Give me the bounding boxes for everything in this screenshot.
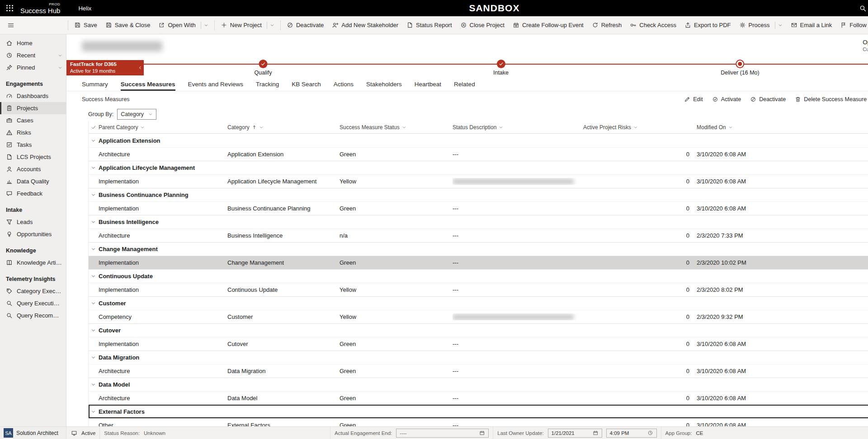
column-header-parent-category[interactable]: Parent Category	[99, 124, 227, 131]
group-collapse-chevron[interactable]	[89, 301, 99, 306]
column-filter-chevron[interactable]	[633, 125, 638, 130]
tab-stakeholders[interactable]: Stakeholders	[366, 81, 402, 91]
group-collapse-chevron[interactable]	[89, 138, 99, 143]
process-button[interactable]: Process	[735, 19, 787, 32]
column-header-category[interactable]: Category	[227, 124, 340, 131]
table-row[interactable]: ImplementationChange ManagementGreen---0…	[89, 256, 868, 269]
activate-button[interactable]: Activate	[708, 93, 745, 106]
group-header-data-model[interactable]: Data Model	[89, 378, 868, 391]
cell-category[interactable]: Application Extension	[227, 151, 340, 158]
column-filter-chevron[interactable]	[140, 125, 145, 130]
tab-summary[interactable]: Summary	[82, 81, 108, 91]
follow-button[interactable]: Follow	[836, 19, 868, 32]
group-collapse-chevron[interactable]	[89, 328, 99, 333]
tab-kb-search[interactable]: KB Search	[292, 81, 321, 91]
app-brand[interactable]: PROD Success Hub	[20, 3, 60, 14]
cell-category[interactable]: External Factors	[227, 422, 340, 426]
deactivate-button[interactable]: Deactivate	[283, 19, 328, 32]
chevron-down-icon[interactable]	[58, 53, 62, 58]
table-row[interactable]: ImplementationContinuous UpdateYellow---…	[89, 283, 868, 296]
cell-category[interactable]: Business Continuance Planning	[227, 205, 340, 212]
edit-button[interactable]: Edit	[680, 93, 707, 106]
cell-category[interactable]: Business Intelligence	[227, 232, 340, 239]
tab-related[interactable]: Related	[454, 81, 475, 91]
group-header-application-lifecycle-management[interactable]: Application Lifecycle Management	[89, 161, 868, 174]
column-header-modified-on[interactable]: Modified On	[697, 124, 805, 131]
group-header-business-continuance-planning[interactable]: Business Continuance Planning	[89, 188, 868, 201]
bpf-stage-qualify[interactable]: Qualify	[255, 60, 272, 76]
sidebar-item-dashboards[interactable]: Dashboards	[0, 90, 66, 102]
group-header-data-migration[interactable]: Data Migration	[89, 350, 868, 364]
cell-category[interactable]: Change Management	[227, 259, 340, 266]
sidebar-item-risks[interactable]: Risks	[0, 126, 66, 139]
chevron-down-icon[interactable]	[204, 23, 208, 28]
fasttrack-banner[interactable]: FastTrack for D365 Active for 19 months	[66, 60, 137, 75]
create-follow-up-event-button[interactable]: Create Follow-up Event	[509, 19, 588, 32]
table-row[interactable]: ImplementationBusiness Continuance Plann…	[89, 201, 868, 215]
status-report-button[interactable]: Status Report	[402, 19, 456, 32]
select-all-checkbox[interactable]	[89, 125, 99, 130]
sidebar-item-leads[interactable]: Leads	[0, 216, 66, 228]
tab-tracking[interactable]: Tracking	[256, 81, 279, 91]
save-close-button[interactable]: Save & Close	[101, 19, 155, 32]
bpf-stage-deliver-16-mo[interactable]: Deliver (16 Mo)	[721, 60, 759, 76]
column-header-active-project-risks[interactable]: Active Project Risks	[583, 124, 697, 131]
new-project-button[interactable]: New Project	[217, 19, 278, 32]
delete-success-measure-button[interactable]: Delete Success Measure	[791, 93, 868, 106]
table-row[interactable]: CompetencyCustomerYellow02/3/2020 9:32 P…	[89, 310, 868, 323]
sidebar-item-lcs-projects[interactable]: LCS Projects	[0, 151, 66, 163]
chevron-down-icon[interactable]	[778, 23, 783, 28]
table-row[interactable]: ArchitectureBusiness Intelligencen/a---0…	[89, 229, 868, 242]
cell-category[interactable]: Application Lifecycle Management	[227, 178, 340, 185]
sidebar-item-tasks[interactable]: Tasks	[0, 139, 66, 151]
chevron-down-icon[interactable]	[270, 23, 274, 28]
last-owner-update-field[interactable]: 1/21/2021	[548, 429, 602, 438]
add-new-stakeholder-button[interactable]: Add New Stakeholder	[328, 19, 402, 32]
environment-tab[interactable]: Helix	[72, 0, 98, 16]
tab-actions[interactable]: Actions	[334, 81, 354, 91]
sidebar-item-feedback[interactable]: Feedback	[0, 187, 66, 200]
sidebar-item-accounts[interactable]: Accounts	[0, 163, 66, 175]
open-with-button[interactable]: Open With	[154, 19, 212, 32]
group-collapse-chevron[interactable]	[89, 274, 99, 279]
sidebar-item-projects[interactable]: Projects	[0, 102, 66, 114]
sidebar-item-knowledge-articles[interactable]: Knowledge Articles	[0, 257, 66, 269]
column-header-success-measure-status[interactable]: Success Measure Status	[340, 124, 453, 131]
group-collapse-chevron[interactable]	[89, 192, 99, 197]
refresh-button[interactable]: Refresh	[588, 19, 626, 32]
sidebar-item-data-quality[interactable]: Data Quality	[0, 175, 66, 187]
export-to-pdf-button[interactable]: Export to PDF	[680, 19, 735, 32]
tab-events-and-reviews[interactable]: Events and Reviews	[188, 81, 243, 91]
tab-success-measures[interactable]: Success Measures	[121, 81, 175, 91]
column-filter-chevron[interactable]	[499, 125, 503, 130]
column-filter-chevron[interactable]	[259, 125, 264, 130]
group-header-change-management[interactable]: Change Management	[89, 242, 868, 256]
cell-category[interactable]: Cutover	[227, 341, 340, 347]
sidebar-item-query-recommendat[interactable]: Query Recommendat...	[0, 309, 66, 322]
group-header-business-intelligence[interactable]: Business Intelligence	[89, 215, 868, 229]
engagement-end-field[interactable]: ----	[396, 429, 489, 438]
sidebar-item-recent[interactable]: Recent	[0, 49, 66, 61]
column-filter-chevron[interactable]	[402, 125, 406, 130]
column-header-status-description[interactable]: Status Description	[453, 124, 583, 131]
bpf-stage-intake[interactable]: Intake	[493, 60, 509, 76]
table-row[interactable]: OtherExternal FactorsGreen---03/10/2020 …	[89, 418, 868, 426]
table-row[interactable]: ArchitectureData ModelGreen---03/10/2020…	[89, 391, 868, 405]
group-collapse-chevron[interactable]	[89, 165, 99, 170]
group-header-customer[interactable]: Customer	[89, 296, 868, 310]
close-project-button[interactable]: Close Project	[456, 19, 509, 32]
group-header-external-factors[interactable]: External Factors	[89, 405, 868, 418]
sidebar-item-query-executions[interactable]: Query Executions	[0, 297, 66, 309]
sidebar-item-home[interactable]: Home	[0, 37, 66, 49]
group-collapse-chevron[interactable]	[89, 355, 99, 360]
group-collapse-chevron[interactable]	[89, 409, 99, 414]
chevron-down-icon[interactable]	[58, 65, 62, 70]
cell-category[interactable]: Data Migration	[227, 368, 340, 374]
sidebar-footer[interactable]: SA Solution Architect	[0, 426, 66, 439]
table-row[interactable]: ArchitectureApplication ExtensionGreen--…	[89, 147, 868, 161]
sidebar-item-cases[interactable]: Cases	[0, 114, 66, 126]
save-button[interactable]: Save	[70, 19, 101, 32]
time-field[interactable]: 4:09 PM	[606, 429, 657, 438]
cell-category[interactable]: Data Model	[227, 395, 340, 402]
group-collapse-chevron[interactable]	[89, 220, 99, 224]
